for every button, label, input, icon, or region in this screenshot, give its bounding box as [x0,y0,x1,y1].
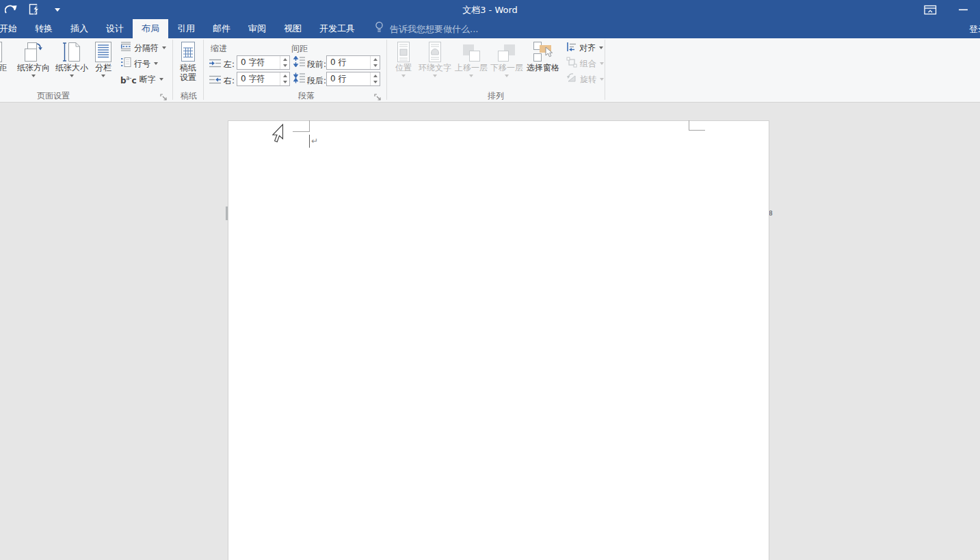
spacing-heading: 间距 [291,43,308,55]
indent-left-icon [209,57,222,70]
group-label-arrange: 排列 [488,90,504,100]
text-boundary-mark [689,120,689,131]
tab-home[interactable]: 开始 [0,19,26,38]
text-boundary-mark [689,130,705,131]
tab-insert[interactable]: 插入 [62,19,97,38]
paragraph-dialog-launcher-icon[interactable] [374,91,382,99]
space-before-icon [293,56,306,70]
tab-mailings[interactable]: 邮件 [204,19,239,38]
line-numbers-icon [120,57,131,70]
spin-up[interactable] [280,56,289,63]
dropdown-arrow [70,75,74,77]
dropdown-arrow [31,75,36,77]
paper-size-button[interactable]: 纸张大小 [54,40,90,88]
window-title: 文档3 - Word [0,4,980,16]
title-bar: 文档3 - Word [0,0,980,19]
indent-left-spinner [280,56,289,69]
tab-layout[interactable]: 布局 [133,19,168,38]
grid-paper-icon [179,40,197,63]
group-separator [605,40,605,100]
tab-view[interactable]: 视图 [275,19,310,38]
dropdown-arrow [600,62,604,65]
tab-references[interactable]: 引用 [168,19,204,38]
orientation-button[interactable]: 纸张方向 [14,40,53,88]
wrap-text-icon [426,40,444,63]
margins-button[interactable]: 页边距 [0,40,12,88]
ribbon-display-options-icon[interactable] [918,0,942,19]
position-button: 位置 [391,40,416,88]
hyphenation-button[interactable]: ba-c 断字 [120,72,163,86]
dropdown-arrow [159,78,163,81]
page-setup-dialog-launcher-icon[interactable] [160,91,168,99]
selection-pane-button[interactable]: 选择窗格 [525,40,561,88]
indent-left-field [237,55,290,70]
align-icon [566,42,577,55]
spin-up[interactable] [280,72,289,79]
rotate-icon [566,72,577,86]
indent-right-spinner [280,72,289,85]
dropdown-arrow [599,46,603,49]
indent-left-label: 左: [224,59,235,70]
space-before-spinner [370,56,380,69]
spin-up[interactable] [371,72,380,79]
columns-button[interactable]: 分栏 [90,40,116,88]
dropdown-arrow [401,75,406,77]
indent-heading: 缩进 [211,43,227,55]
spin-down[interactable] [280,63,289,70]
indent-left-input[interactable] [237,56,280,69]
dropdown-arrow [433,75,437,77]
page[interactable] [228,120,769,560]
breaks-icon [120,41,131,55]
space-before-field [326,55,380,70]
send-backward-button: 下移一层 [490,40,524,88]
minimize-icon[interactable] [951,0,975,19]
tab-convert[interactable]: 转换 [26,19,62,38]
position-icon [395,40,412,63]
tab-design[interactable]: 设计 [97,19,133,38]
spin-up[interactable] [371,56,380,63]
space-after-input[interactable] [327,72,370,85]
spin-down[interactable] [371,79,380,86]
ribbon: 页边距 纸张方向 纸张大小 分栏 [0,38,980,103]
bring-forward-icon [461,40,481,63]
grid-paper-setup-button[interactable]: 稿纸 设置 [176,40,200,88]
align-button[interactable]: 对齐 [566,41,603,55]
dropdown-arrow [469,75,473,77]
dropdown-arrow [162,46,166,49]
indent-right-input[interactable] [237,72,280,85]
text-boundary-mark [293,131,310,132]
margins-icon [0,40,3,63]
sign-in-link[interactable]: 登录 [969,23,980,36]
tab-developer[interactable]: 开发工具 [310,19,364,38]
paragraph-mark: ↵ [311,137,318,145]
space-before-label: 段前: [307,59,326,70]
group-separator [386,40,387,100]
dropdown-arrow [600,78,604,81]
spin-down[interactable] [280,79,289,86]
tell-me-input[interactable] [388,23,542,35]
send-backward-icon [496,40,517,63]
window-controls [918,0,980,19]
line-numbers-button[interactable]: 行号 [120,57,158,70]
space-after-field [326,72,380,86]
spin-down[interactable] [371,63,380,70]
group-separator [203,40,204,100]
paper-size-icon [62,40,81,63]
tab-review[interactable]: 审阅 [239,19,275,38]
dropdown-arrow [101,75,105,77]
dropdown-arrow [154,62,158,65]
lightbulb-icon [375,21,384,36]
bring-forward-button: 上移一层 [454,40,488,88]
word-window: 文档3 - Word 开始 转换 插入 设计 布局 引用 邮件 审阅 视图 开发… [0,0,980,560]
space-before-input[interactable] [327,56,370,69]
document-area: 8642 2468101214161820222426283032343638 … [0,103,980,560]
mouse-cursor [272,124,284,146]
group-label-grid-paper: 稿纸 [181,90,197,100]
breaks-button[interactable]: 分隔符 [120,41,166,55]
columns-icon [94,40,113,63]
group-label-page-setup: 页面设置 [37,90,70,100]
space-after-spinner [370,72,380,85]
dropdown-arrow [505,75,509,77]
group-label-paragraph: 段落 [298,90,315,100]
tell-me-box [375,19,542,38]
